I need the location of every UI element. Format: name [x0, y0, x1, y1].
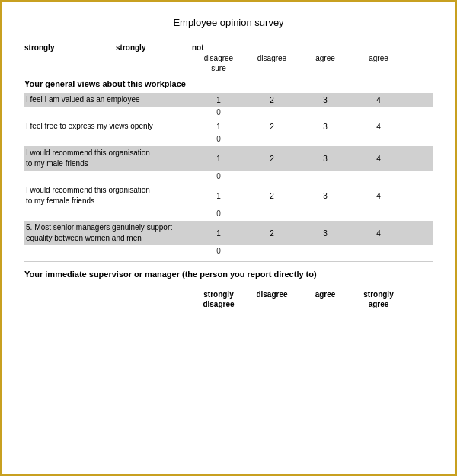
row-question: I feel I am valued as an employee: [24, 93, 192, 107]
row-cell-1: 2: [245, 120, 299, 133]
row-cell-0: 1: [192, 93, 245, 107]
header-strongly1: strongly: [24, 43, 85, 52]
score-cell: 0: [192, 172, 245, 180]
score-cell: 0: [192, 108, 245, 117]
score-cell: 0: [192, 209, 245, 218]
row-question: I feel free to express my views openly: [24, 120, 192, 133]
table-row: I would recommend this organisationto my…: [24, 146, 433, 171]
row-cell-1: 2: [245, 221, 299, 245]
row-question: 5.Most senior managers genuinely support…: [24, 221, 192, 245]
col-header-1: disagree sure: [192, 53, 245, 73]
row-cell-3: 4: [352, 120, 405, 133]
column-headers: disagree sure disagree agree agree: [24, 53, 433, 73]
row-cell-0: 1: [192, 120, 245, 133]
row-cell-1: 2: [245, 146, 299, 171]
table-row: I would recommend this organisationto my…: [24, 184, 433, 208]
row-cell-0: 1: [192, 184, 245, 208]
section-divider: [24, 261, 433, 262]
survey-rows: I feel I am valued as an employee12340I …: [24, 93, 433, 255]
row-question: I would recommend this organisationto my…: [24, 146, 192, 171]
score-cell: 0: [192, 135, 245, 143]
row-cell-3: 4: [352, 146, 405, 171]
row-cell-0: 1: [192, 146, 245, 171]
bch-1: strongly disagree: [192, 289, 245, 309]
header-strongly2: strongly: [116, 43, 192, 52]
col-header-4: agree: [352, 53, 405, 73]
bottom-col-headers: strongly disagree disagree agree strongl…: [24, 289, 433, 309]
score-row: 0: [24, 108, 433, 117]
row-cell-2: 3: [299, 93, 352, 107]
score-row: 0: [24, 209, 433, 218]
row-cell-2: 3: [299, 120, 352, 133]
header-not: not: [192, 43, 204, 52]
bch-4: strongly agree: [352, 289, 405, 309]
page-title: Employee opinion survey: [24, 17, 433, 28]
row-cell-2: 3: [299, 146, 352, 171]
section2-header: Your immediate supervisor or manager (th…: [24, 270, 433, 279]
section1-header: Your general views about this workplace: [24, 79, 433, 88]
score-cell: 0: [192, 247, 245, 255]
col-header-3: agree: [299, 53, 352, 73]
score-row: 0: [24, 247, 433, 255]
row-cell-2: 3: [299, 184, 352, 208]
bch-2: disagree: [245, 289, 299, 309]
table-row: I feel free to express my views openly12…: [24, 120, 433, 133]
col-header-2: disagree: [245, 53, 299, 73]
row-cell-1: 2: [245, 184, 299, 208]
score-row: 0: [24, 135, 433, 143]
bch-3: agree: [299, 289, 352, 309]
row-question: I would recommend this organisationto my…: [24, 184, 192, 208]
row-cell-2: 3: [299, 221, 352, 245]
score-row: 0: [24, 172, 433, 180]
row-cell-3: 4: [352, 184, 405, 208]
row-cell-0: 1: [192, 221, 245, 245]
table-row: 5.Most senior managers genuinely support…: [24, 221, 433, 245]
top-header-labels: strongly strongly not: [24, 43, 433, 52]
row-cell-1: 2: [245, 93, 299, 107]
row-cell-3: 4: [352, 93, 405, 107]
row-cell-3: 4: [352, 221, 405, 245]
table-row: I feel I am valued as an employee1234: [24, 93, 433, 107]
